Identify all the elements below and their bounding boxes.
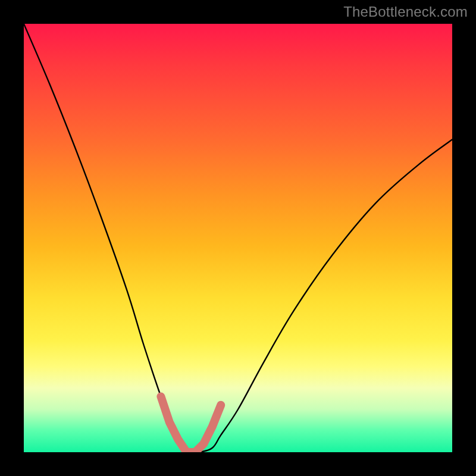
chart-frame: TheBottleneck.com <box>0 0 476 476</box>
curve-svg <box>24 24 452 452</box>
plot-area <box>24 24 452 452</box>
trough-highlight <box>161 396 221 452</box>
watermark-text: TheBottleneck.com <box>343 4 468 20</box>
bottleneck-curve <box>24 24 452 452</box>
